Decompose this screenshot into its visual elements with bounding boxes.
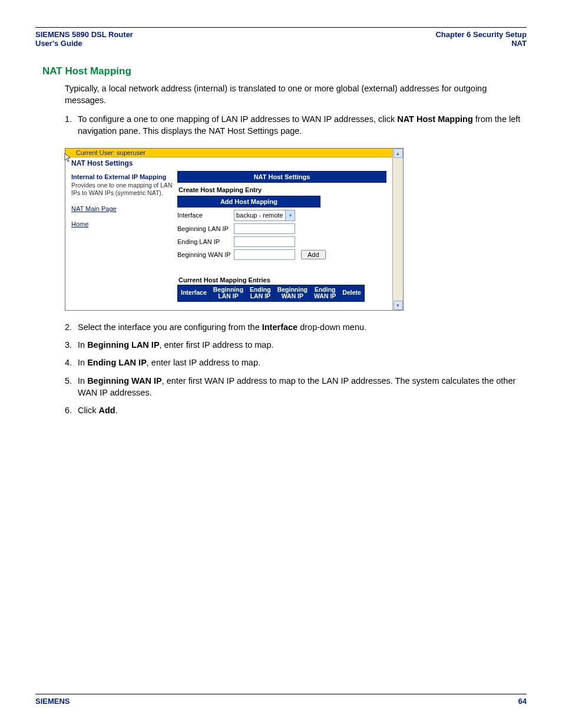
th-delete: Delete (339, 285, 365, 301)
screenshot-sidebar: Internal to External IP Mapping Provides… (65, 171, 177, 302)
intro-paragraph: Typically, a local network address (inte… (65, 83, 527, 106)
header-product: SIEMENS 5890 DSL Router (35, 30, 133, 39)
th-ending-lan-ip: EndingLAN IP (247, 285, 275, 301)
section-title: NAT Host Mapping (42, 65, 527, 77)
nav-home[interactable]: Home (71, 220, 173, 228)
page-footer: SIEMENS 64 (35, 690, 527, 706)
th-ending-wan-ip: EndingWAN IP (311, 285, 339, 301)
footer-page-number: 64 (518, 697, 527, 706)
scrollbar[interactable]: ▴ ▾ (392, 149, 403, 310)
header-guide: User's Guide (35, 39, 133, 48)
label-ending-lan-ip: Ending LAN IP (177, 238, 234, 245)
footer-brand: SIEMENS (35, 697, 70, 706)
scroll-down-icon[interactable]: ▾ (394, 301, 403, 310)
input-beginning-wan-ip[interactable] (234, 249, 295, 260)
step-4: 4. In Ending LAN IP, enter last IP addre… (65, 357, 527, 368)
add-mapping-bar: Add Host Mapping (177, 196, 320, 207)
page-header: SIEMENS 5890 DSL Router User's Guide Cha… (35, 30, 527, 48)
th-interface: Interface (178, 285, 210, 301)
step-5: 5. In Beginning WAN IP, enter first WAN … (65, 375, 527, 399)
add-button[interactable]: Add (301, 250, 326, 259)
step-list-continued: 2. Select the interface you are configur… (65, 321, 527, 417)
step-2: 2. Select the interface you are configur… (65, 321, 527, 333)
step-3: 3. In Beginning LAN IP, enter first IP a… (65, 339, 527, 351)
current-user-bar: Current User: superuser (65, 149, 392, 157)
input-beginning-lan-ip[interactable] (234, 223, 295, 234)
header-chapter: Chapter 6 Security Setup (435, 30, 527, 39)
label-beginning-lan-ip: Beginning LAN IP (177, 225, 234, 232)
screenshot-title: NAT Host Settings (65, 157, 392, 171)
entries-table: Interface BeginningLAN IP EndingLAN IP B… (177, 285, 365, 302)
create-entry-heading: Create Host Mapping Entry (178, 186, 386, 193)
input-ending-lan-ip[interactable] (234, 236, 295, 247)
entries-heading: Current Host Mapping Entries (178, 276, 386, 284)
interface-dropdown[interactable]: backup - remote ▾ (234, 210, 295, 221)
step-1: 1. To configure a one to one mapping of … (65, 113, 527, 137)
sidebar-description: Provides one to one mapping of LAN IPs t… (71, 182, 173, 197)
step-list: 1. To configure a one to one mapping of … (65, 113, 527, 137)
scroll-up-icon[interactable]: ▴ (394, 149, 403, 158)
settings-bar: NAT Host Settings (177, 171, 386, 183)
embedded-screenshot: Current User: superuser NAT Host Setting… (65, 148, 404, 311)
label-beginning-wan-ip: Beginning WAN IP (177, 251, 234, 258)
sidebar-heading: Internal to External IP Mapping (71, 173, 173, 180)
label-interface: Interface (177, 212, 234, 219)
nav-nat-main[interactable]: NAT Main Page (71, 205, 173, 212)
chevron-down-icon: ▾ (285, 210, 295, 220)
step-6: 6. Click Add. (65, 404, 527, 416)
th-beginning-wan-ip: BeginningWAN IP (274, 285, 310, 301)
th-beginning-lan-ip: BeginningLAN IP (210, 285, 246, 301)
header-section: NAT (435, 39, 527, 48)
